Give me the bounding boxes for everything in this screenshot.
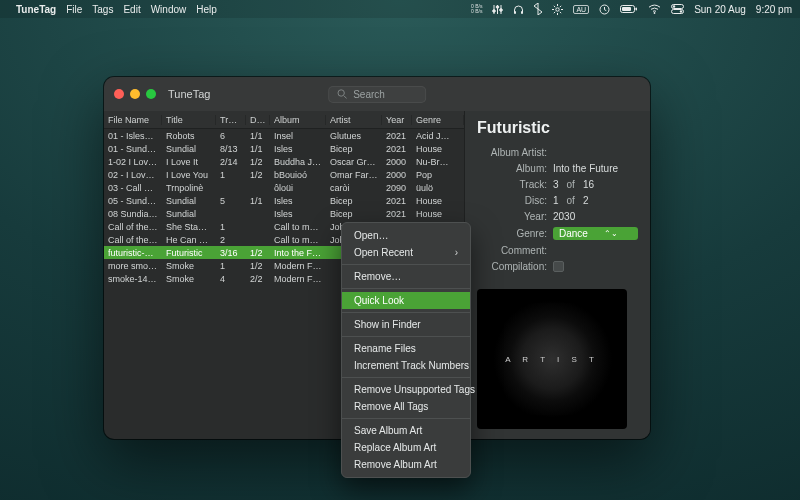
menu-item[interactable]: Remove Unsupported Tags bbox=[342, 381, 470, 398]
cell-album: Isles bbox=[270, 196, 326, 206]
cell-year: 2021 bbox=[382, 144, 412, 154]
menu-item[interactable]: Open… bbox=[342, 227, 470, 244]
cell-title: I Love You bbox=[162, 170, 216, 180]
cell-album: Call to ma… bbox=[270, 222, 326, 232]
value-track-no[interactable]: 3 bbox=[553, 179, 559, 190]
label-genre: Genre: bbox=[477, 228, 547, 239]
label-album-artist: Album Artist: bbox=[477, 147, 547, 158]
table-row[interactable]: 08 Sundia…SundialIslesBicep2021House bbox=[104, 207, 464, 220]
menu-tags[interactable]: Tags bbox=[92, 4, 113, 15]
cell-artist: caròi bbox=[326, 183, 382, 193]
table-row[interactable]: 03 - Call …Trnpolinèôloüicaròi2090üulö bbox=[104, 181, 464, 194]
bluetooth-icon[interactable] bbox=[534, 3, 542, 15]
battery-icon[interactable] bbox=[620, 4, 638, 14]
equalizer-icon[interactable] bbox=[492, 4, 503, 15]
window-minimize-button[interactable] bbox=[130, 89, 140, 99]
genre-popup-button[interactable]: Dance ⌃⌄ bbox=[553, 227, 638, 240]
cell-disc: 1/2 bbox=[246, 248, 270, 258]
cell-track: 1 bbox=[216, 261, 246, 271]
table-row[interactable]: 05 - Sundi…Sundial51/1IslesBicep2021Hous… bbox=[104, 194, 464, 207]
cell-file: smoke-14… bbox=[104, 274, 162, 284]
table-row[interactable]: 1-02 I Lov…I Love It2/141/2Buddha J…Osca… bbox=[104, 155, 464, 168]
menu-item[interactable]: Replace Album Art bbox=[342, 439, 470, 456]
table-row[interactable]: 01 - Sundi…Sundial8/131/1IslesBicep2021H… bbox=[104, 142, 464, 155]
input-source-indicator[interactable]: AU bbox=[573, 5, 589, 14]
col-file[interactable]: File Name bbox=[104, 115, 162, 125]
value-disc-no[interactable]: 1 bbox=[553, 195, 559, 206]
cell-year: 2000 bbox=[382, 170, 412, 180]
cell-title: Robots bbox=[162, 131, 216, 141]
menu-help[interactable]: Help bbox=[196, 4, 217, 15]
col-artist[interactable]: Artist bbox=[326, 115, 382, 125]
cell-file: 1-02 I Lov… bbox=[104, 157, 162, 167]
cell-year: 2021 bbox=[382, 209, 412, 219]
cell-album: bBouioó bbox=[270, 170, 326, 180]
cell-artist: Glutues bbox=[326, 131, 382, 141]
cell-disc: 1/1 bbox=[246, 196, 270, 206]
col-album[interactable]: Album bbox=[270, 115, 326, 125]
cell-title: Sundial bbox=[162, 209, 216, 219]
col-genre[interactable]: Genre bbox=[412, 115, 464, 125]
headphones-icon[interactable] bbox=[513, 4, 524, 15]
value-disc-total[interactable]: 2 bbox=[583, 195, 589, 206]
cell-title: Futuristic bbox=[162, 248, 216, 258]
menu-item[interactable]: Save Album Art bbox=[342, 422, 470, 439]
cell-disc: 1/1 bbox=[246, 144, 270, 154]
menu-separator bbox=[342, 312, 470, 313]
value-album[interactable]: Into the Future bbox=[553, 163, 638, 174]
window-close-button[interactable] bbox=[114, 89, 124, 99]
wifi-icon[interactable] bbox=[648, 4, 661, 14]
svg-point-14 bbox=[680, 10, 682, 12]
menu-item[interactable]: Remove All Tags bbox=[342, 398, 470, 415]
menu-item[interactable]: Remove Album Art bbox=[342, 456, 470, 473]
cell-track: 2 bbox=[216, 235, 246, 245]
cell-title: Sundial bbox=[162, 196, 216, 206]
app-menu[interactable]: TuneTag bbox=[16, 4, 56, 15]
col-disc[interactable]: Disc bbox=[246, 115, 270, 125]
compilation-checkbox[interactable] bbox=[553, 261, 564, 272]
svg-rect-8 bbox=[636, 8, 638, 11]
menu-item[interactable]: Rename Files bbox=[342, 340, 470, 357]
toolbar-search-field[interactable]: Search bbox=[328, 86, 426, 103]
svg-point-15 bbox=[338, 90, 344, 96]
window-zoom-button[interactable] bbox=[146, 89, 156, 99]
cell-year: 2000 bbox=[382, 157, 412, 167]
col-year[interactable]: Year bbox=[382, 115, 412, 125]
menu-separator bbox=[342, 336, 470, 337]
album-artwork[interactable] bbox=[477, 289, 627, 429]
cell-genre: Nu-Br… bbox=[412, 157, 464, 167]
label-comment: Comment: bbox=[477, 245, 547, 256]
value-track-total[interactable]: 16 bbox=[583, 179, 594, 190]
svg-point-5 bbox=[556, 7, 559, 10]
menu-edit[interactable]: Edit bbox=[123, 4, 140, 15]
menu-item[interactable]: Open Recent bbox=[342, 244, 470, 261]
cell-album: ôloüi bbox=[270, 183, 326, 193]
settings-gear-icon[interactable] bbox=[552, 4, 563, 15]
menubar-time[interactable]: 9:20 pm bbox=[756, 4, 792, 15]
menu-window[interactable]: Window bbox=[151, 4, 187, 15]
control-center-icon[interactable] bbox=[671, 4, 684, 14]
menu-item[interactable]: Increment Track Numbers bbox=[342, 357, 470, 374]
cell-file: more smo… bbox=[104, 261, 162, 271]
menu-item[interactable]: Quick Look bbox=[342, 292, 470, 309]
table-row[interactable]: 02 - I Lov…I Love You11/2bBouioóOmar Far… bbox=[104, 168, 464, 181]
label-disc: Disc: bbox=[477, 195, 547, 206]
menu-file[interactable]: File bbox=[66, 4, 82, 15]
cell-track: 8/13 bbox=[216, 144, 246, 154]
menu-item[interactable]: Remove… bbox=[342, 268, 470, 285]
cell-title: I Love It bbox=[162, 157, 216, 167]
cell-disc: 1/1 bbox=[246, 131, 270, 141]
value-year[interactable]: 2030 bbox=[553, 211, 638, 222]
table-row[interactable]: 01 - Isles…Robots61/1InselGlutues2021Aci… bbox=[104, 129, 464, 142]
clock-icon[interactable] bbox=[599, 4, 610, 15]
cell-album: Call to ma… bbox=[270, 235, 326, 245]
cell-genre: Acid J… bbox=[412, 131, 464, 141]
col-title[interactable]: Title bbox=[162, 115, 216, 125]
cell-year: 2090 bbox=[382, 183, 412, 193]
network-io-indicator[interactable]: 0 B/s0 B/s bbox=[471, 4, 482, 14]
window-titlebar[interactable]: TuneTag Search bbox=[104, 77, 650, 111]
menu-item[interactable]: Show in Finder bbox=[342, 316, 470, 333]
menu-separator bbox=[342, 418, 470, 419]
col-track[interactable]: Track bbox=[216, 115, 246, 125]
menubar-date[interactable]: Sun 20 Aug bbox=[694, 4, 746, 15]
